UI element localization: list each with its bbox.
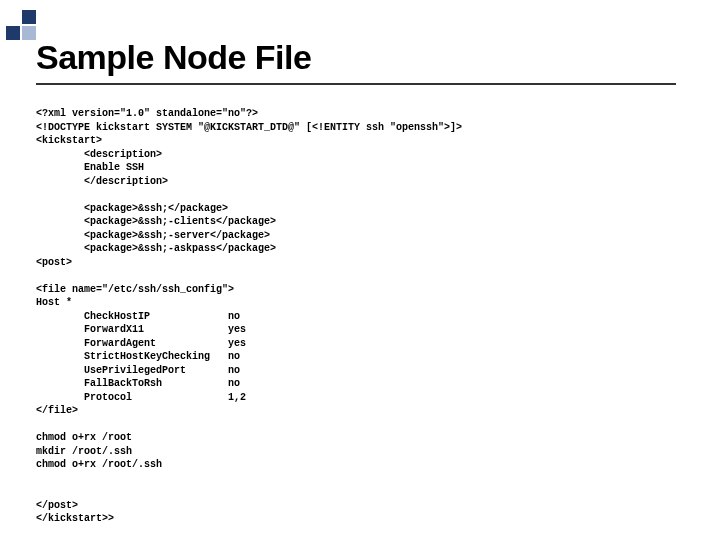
corner-decoration: [6, 10, 52, 40]
code-block: <?xml version="1.0" standalone="no"?> <!…: [36, 107, 700, 526]
page-title: Sample Node File: [36, 38, 700, 77]
title-rule: [36, 83, 676, 85]
slide-content: Sample Node File <?xml version="1.0" sta…: [36, 38, 700, 526]
